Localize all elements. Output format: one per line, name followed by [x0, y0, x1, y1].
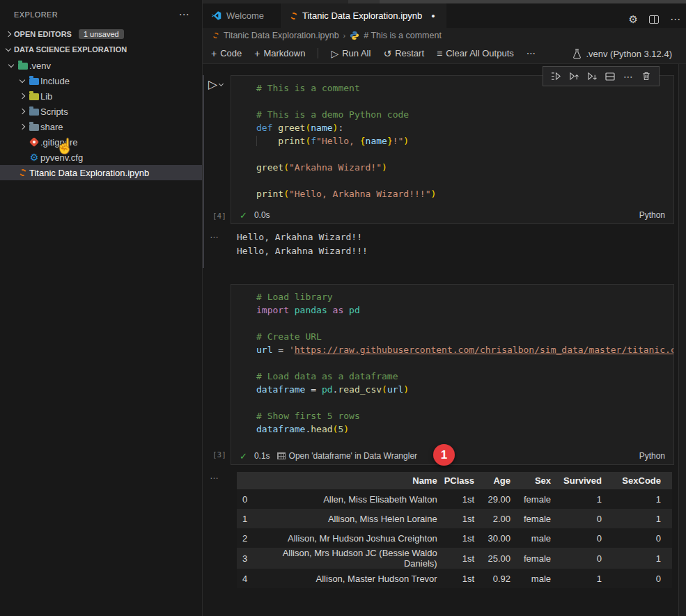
scrollbar-gutter [679, 64, 686, 616]
table-cell: 1st [444, 509, 481, 528]
clear-all-outputs-button[interactable]: ≡ Clear All Outputs [437, 48, 514, 59]
explorer-more-icon[interactable]: ⋯ [179, 8, 189, 21]
file-tree: .venvIncludeLibScriptsshare.gitignore⚙py… [0, 58, 202, 180]
tab-welcome[interactable]: Welcome [203, 3, 282, 28]
add-code-button[interactable]: + Code [211, 48, 242, 59]
table-cell: male [517, 528, 558, 548]
table-cell: 1st [444, 548, 481, 569]
notebook-scroll-area[interactable]: ⋯ ▷ # This is a comment # This is a demo… [203, 64, 686, 616]
explorer-title: EXPLORER [14, 10, 58, 19]
code-editor[interactable]: # This is a comment # This is a demo Pyt… [231, 76, 673, 200]
dataframe-table: NamePClassAgeSexSurvivedSexCode 0Allen, … [237, 472, 672, 588]
table-cell: 1st [444, 489, 481, 509]
run-all-button[interactable]: ▷ Run All [331, 48, 371, 59]
table-cell: 0 [558, 509, 609, 528]
split-cell-icon[interactable] [603, 70, 617, 84]
table-cell: 2.00 [481, 509, 517, 528]
table-cell: 1 [609, 509, 672, 528]
kernel-picker[interactable]: .venv (Python 3.12.4) [572, 43, 672, 64]
table-cell: 0.92 [481, 569, 517, 588]
workspace-section[interactable]: DATA SCIENCE EXPLORATION [0, 42, 202, 57]
table-cell: 1 [237, 509, 262, 528]
chevron-right-icon [20, 93, 25, 99]
data-wrangler-link[interactable]: Open 'dataframe' in Data Wrangler [277, 451, 417, 461]
beaker-icon [572, 49, 582, 59]
gear-icon[interactable]: ⚙ [629, 13, 638, 26]
table-cell: 1st [444, 569, 481, 588]
tree-item-include[interactable]: Include [0, 73, 202, 88]
table-cell: 4 [237, 569, 262, 588]
add-markdown-label: Markdown [263, 48, 305, 58]
annotation-step-badge: 1 [433, 444, 455, 466]
breadcrumb-cell[interactable]: # This is a comment [364, 31, 442, 40]
clear-all-outputs-label: Clear All Outputs [446, 48, 514, 58]
table-cell: Allison, Miss Helen Loraine [262, 509, 444, 528]
plus-icon: + [254, 48, 260, 59]
execute-above-icon[interactable] [567, 70, 581, 84]
run-by-line-icon[interactable] [549, 70, 563, 84]
table-cell: 1 [609, 548, 672, 569]
delete-cell-icon[interactable] [639, 70, 653, 84]
tree-item-scripts[interactable]: Scripts [0, 104, 202, 119]
execution-time: 0.0s [254, 210, 270, 220]
table-cell: 2 [237, 528, 262, 548]
breadcrumb-file[interactable]: Titanic Data Exploration.ipynb [224, 31, 339, 40]
code-editor[interactable]: # Load libraryimport pandas as pd # Crea… [231, 285, 673, 436]
table-row: 3Allison, Mrs Hudson JC (Bessie Waldo Da… [237, 548, 672, 569]
table-cell: 3 [237, 548, 262, 569]
tree-item-label: Lib [40, 91, 52, 102]
open-editors-label: OPEN EDITORS [14, 30, 72, 38]
cell-language[interactable]: Python [639, 210, 665, 220]
tree-item-titanic-data-exploration-ipynb[interactable]: Titanic Data Exploration.ipynb [0, 165, 202, 180]
tree-item--venv[interactable]: .venv [0, 58, 202, 73]
tab-label: Titanic Data Exploration.ipynb [302, 10, 422, 21]
split-editor-icon[interactable] [649, 15, 659, 24]
restart-label: Restart [395, 48, 424, 58]
vscode-logo-icon [211, 10, 221, 21]
restart-icon: ↺ [383, 48, 391, 59]
more-actions-icon[interactable]: ⋯ [670, 13, 680, 26]
output-options-icon[interactable]: … [210, 471, 219, 481]
table-cell: 0 [609, 528, 672, 548]
toolbar-divider [318, 48, 318, 58]
tree-item--gitignore[interactable]: .gitignore [0, 134, 202, 150]
code-cell-2[interactable]: # Load libraryimport pandas as pd # Crea… [231, 284, 674, 465]
add-markdown-button[interactable]: + Markdown [254, 48, 305, 59]
play-icon: ▷ [208, 77, 217, 92]
tree-item-label: Include [40, 76, 70, 86]
cell-language[interactable]: Python [639, 451, 665, 461]
tree-item-label: Titanic Data Exploration.ipynb [29, 168, 149, 178]
notebook-icon [290, 11, 299, 20]
success-check-icon: ✓ [240, 210, 247, 221]
table-column-header: PClass [444, 472, 481, 489]
code-cell-1[interactable]: # This is a comment # This is a demo Pyt… [231, 75, 674, 224]
mouse-pointer-icon: ☝ [56, 138, 74, 155]
table-column-header: Name [262, 472, 444, 489]
tree-item-pyvenv-cfg[interactable]: ⚙pyvenv.cfg [0, 150, 202, 165]
run-all-label: Run All [342, 48, 371, 58]
tree-item-lib[interactable]: Lib [0, 88, 202, 104]
table-cell: 30.00 [481, 528, 517, 548]
tab-titanic-notebook[interactable]: Titanic Data Exploration.ipynb ● [282, 3, 446, 28]
breadcrumb: Titanic Data Exploration.ipynb › # This … [203, 28, 686, 43]
table-cell: 0 [609, 569, 672, 588]
table-column-header: Sex [517, 472, 558, 489]
tab-bar: Welcome Titanic Data Exploration.ipynb ●… [203, 3, 686, 28]
folder-icon [29, 109, 39, 116]
success-check-icon: ✓ [240, 451, 247, 461]
cell-more-icon[interactable]: ⋯ [621, 70, 635, 84]
toolbar-more-icon[interactable]: ⋯ [527, 48, 536, 58]
table-row: 1Allison, Miss Helen Loraine1st2.00femal… [237, 509, 672, 528]
restart-button[interactable]: ↺ Restart [383, 48, 424, 59]
chevron-down-icon [20, 77, 25, 82]
open-editors-section[interactable]: OPEN EDITORS 1 unsaved [0, 26, 202, 42]
table-header: NamePClassAgeSexSurvivedSexCode [237, 472, 672, 489]
data-wrangler-icon [277, 452, 286, 459]
folder-icon [18, 63, 28, 70]
tree-item-label: .venv [29, 61, 51, 71]
output-options-icon[interactable]: … [210, 230, 219, 240]
table-cell: 0 [558, 548, 609, 569]
execute-below-icon[interactable] [585, 70, 599, 84]
tree-item-share[interactable]: share [0, 119, 202, 134]
run-cell-button[interactable]: ▷ [208, 77, 223, 92]
